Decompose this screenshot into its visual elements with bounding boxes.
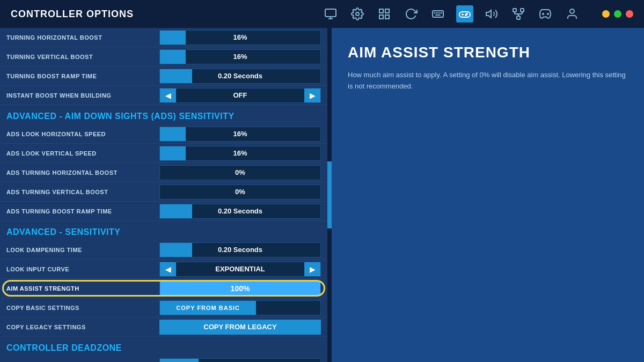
keyboard-icon[interactable] <box>429 5 447 23</box>
turning-vertical-boost-control[interactable]: 16% <box>159 49 321 64</box>
svg-point-29 <box>547 13 548 14</box>
speaker-icon[interactable] <box>483 5 500 23</box>
turning-vertical-boost-slider[interactable]: 16% <box>159 49 321 64</box>
turning-horizontal-boost-label: TURNING HORIZONTAL BOOST <box>6 34 159 41</box>
look-input-curve-row: LOOK INPUT CURVE ◀ EXPONENTIAL ▶ <box>0 260 327 279</box>
ads-look-horizontal-speed-slider[interactable]: 16% <box>159 127 321 142</box>
ads-look-vertical-speed-row: ADS LOOK VERTICAL SPEED 16% <box>0 144 327 163</box>
turning-horizontal-boost-control[interactable]: 16% <box>159 30 321 45</box>
ads-look-horizontal-speed-label: ADS LOOK HORIZONTAL SPEED <box>6 131 159 137</box>
turning-boost-ramp-time-label: TURNING BOOST RAMP TIME <box>6 73 159 79</box>
ads-look-vertical-speed-label: ADS LOOK VERTICAL SPEED <box>6 150 159 157</box>
svg-rect-0 <box>325 9 336 17</box>
look-dampening-time-control[interactable]: 0.20 Seconds <box>159 242 321 257</box>
gear-icon[interactable] <box>349 5 366 23</box>
toggle-left-arrow[interactable]: ◀ <box>160 88 176 102</box>
svg-rect-14 <box>459 12 470 17</box>
aim-assist-strength-slider[interactable]: 100% <box>159 281 321 296</box>
left-panel: TURNING HORIZONTAL BOOST 16% TURNING VER… <box>0 28 327 362</box>
turning-horizontal-boost-row: TURNING HORIZONTAL BOOST 16% <box>0 28 327 47</box>
look-dampening-time-row: LOOK DAMPENING TIME 0.20 Seconds <box>0 240 327 260</box>
copy-basic-settings-control[interactable]: COPY FROM BASIC <box>159 300 321 315</box>
right-panel-description: How much aim assist to apply. A setting … <box>348 70 628 92</box>
aim-assist-strength-row: AIM ASSIST STRENGTH 100% <box>0 279 327 298</box>
svg-rect-22 <box>517 16 520 19</box>
svg-rect-7 <box>385 15 389 19</box>
look-dampening-time-label: LOOK DAMPENING TIME <box>6 247 159 253</box>
maximize-button[interactable] <box>614 10 621 18</box>
ads-turning-boost-ramp-time-control[interactable]: 0.20 Seconds <box>159 204 321 219</box>
left-stick-deadzone-row: LEFT STICK DEADZONE 24% <box>0 356 327 362</box>
copy-legacy-settings-row: COPY LEGACY SETTINGS COPY FROM LEGACY <box>0 317 327 337</box>
turning-vertical-boost-row: TURNING VERTICAL BOOST 16% <box>0 47 327 67</box>
copy-legacy-settings-control[interactable]: COPY FROM LEGACY <box>159 320 321 335</box>
left-stick-deadzone-control[interactable]: 24% <box>159 358 321 363</box>
minimize-button[interactable] <box>602 10 610 18</box>
turning-boost-ramp-time-control[interactable]: 0.20 Seconds <box>159 69 321 84</box>
ads-turning-horizontal-boost-slider[interactable]: 0% <box>159 165 321 180</box>
svg-point-30 <box>570 9 574 13</box>
ads-look-vertical-speed-slider[interactable]: 16% <box>159 146 321 161</box>
copy-basic-settings-label: COPY BASIC SETTINGS <box>6 305 159 311</box>
svg-marker-19 <box>486 10 491 18</box>
top-bar: CONTROLLER OPTIONS <box>0 0 644 28</box>
ads-turning-horizontal-boost-label: ADS TURNING HORIZONTAL BOOST <box>6 169 159 176</box>
turning-vertical-boost-label: TURNING VERTICAL BOOST <box>6 54 159 60</box>
monitor-icon[interactable] <box>322 5 339 23</box>
ads-turning-vertical-boost-control[interactable]: 0% <box>159 184 321 200</box>
svg-rect-21 <box>521 9 524 12</box>
controller-icon[interactable] <box>456 5 473 23</box>
look-input-curve-toggle[interactable]: ◀ EXPONENTIAL ▶ <box>159 262 321 277</box>
ads-turning-boost-ramp-time-label: ADS TURNING BOOST RAMP TIME <box>6 208 159 215</box>
ads-turning-vertical-boost-label: ADS TURNING VERTICAL BOOST <box>6 189 159 195</box>
scroll-thumb[interactable] <box>327 161 332 228</box>
nav-icons <box>322 5 581 23</box>
turning-horizontal-boost-slider[interactable]: 16% <box>159 30 321 45</box>
left-stick-deadzone-slider[interactable]: 24% <box>159 358 321 363</box>
look-dampening-time-slider[interactable]: 0.20 Seconds <box>159 242 321 257</box>
look-input-left-arrow[interactable]: ◀ <box>160 262 176 276</box>
close-button[interactable] <box>626 10 633 18</box>
aim-assist-strength-control[interactable]: 100% <box>159 281 321 296</box>
look-input-curve-control[interactable]: ◀ EXPONENTIAL ▶ <box>159 262 321 277</box>
ads-turning-horizontal-boost-control[interactable]: 0% <box>159 165 321 180</box>
svg-point-3 <box>356 12 359 16</box>
instant-boost-building-toggle[interactable]: ◀ OFF ▶ <box>159 88 321 103</box>
look-input-curve-label: LOOK INPUT CURVE <box>6 266 159 272</box>
ads-turning-horizontal-boost-row: ADS TURNING HORIZONTAL BOOST 0% <box>0 163 327 182</box>
svg-rect-5 <box>385 9 389 13</box>
turning-boost-ramp-time-slider[interactable]: 0.20 Seconds <box>159 69 321 84</box>
svg-rect-4 <box>379 9 383 13</box>
right-panel: AIM ASSIST STRENGTH How much aim assist … <box>332 28 644 362</box>
right-panel-title: AIM ASSIST STRENGTH <box>348 44 628 61</box>
layout-icon[interactable] <box>376 5 393 23</box>
sensitivity-section-header: ADVANCED - SENSITIVITY <box>0 221 327 240</box>
ads-look-vertical-speed-control[interactable]: 16% <box>159 146 321 161</box>
toggle-right-arrow[interactable]: ▶ <box>304 88 320 102</box>
look-input-right-arrow[interactable]: ▶ <box>304 262 320 276</box>
network-icon[interactable] <box>510 5 527 23</box>
ads-turning-boost-ramp-time-slider[interactable]: 0.20 Seconds <box>159 204 321 219</box>
instant-boost-building-row: INSTANT BOOST WHEN BUILDING ◀ OFF ▶ <box>0 86 327 105</box>
main-layout: TURNING HORIZONTAL BOOST 16% TURNING VER… <box>0 28 644 362</box>
refresh-icon[interactable] <box>402 5 420 23</box>
copy-basic-settings-row: COPY BASIC SETTINGS COPY FROM BASIC <box>0 298 327 317</box>
window-controls <box>602 10 633 18</box>
ads-look-horizontal-speed-row: ADS LOOK HORIZONTAL SPEED 16% <box>0 124 327 144</box>
aim-assist-strength-label: AIM ASSIST STRENGTH <box>6 285 159 292</box>
ads-look-horizontal-speed-control[interactable]: 16% <box>159 127 321 142</box>
scrollbar[interactable] <box>327 28 332 362</box>
copy-legacy-settings-label: COPY LEGACY SETTINGS <box>6 324 159 330</box>
ads-turning-vertical-boost-slider[interactable]: 0% <box>159 184 321 200</box>
svg-point-18 <box>465 14 466 16</box>
gamepad-icon[interactable] <box>537 5 554 23</box>
svg-rect-8 <box>433 11 443 17</box>
svg-rect-6 <box>379 15 383 19</box>
user-icon[interactable] <box>564 5 581 23</box>
page-title: CONTROLLER OPTIONS <box>11 9 311 20</box>
copy-legacy-button[interactable]: COPY FROM LEGACY <box>159 320 321 335</box>
ads-turning-vertical-boost-row: ADS TURNING VERTICAL BOOST 0% <box>0 182 327 202</box>
instant-boost-building-control[interactable]: ◀ OFF ▶ <box>159 88 321 103</box>
instant-boost-building-label: INSTANT BOOST WHEN BUILDING <box>6 92 159 99</box>
turning-boost-ramp-time-row: TURNING BOOST RAMP TIME 0.20 Seconds <box>0 67 327 86</box>
